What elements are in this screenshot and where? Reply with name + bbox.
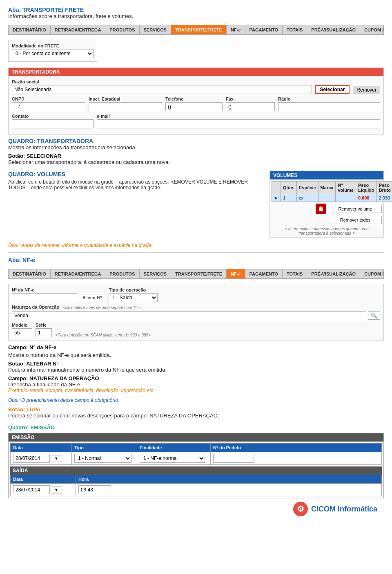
tab-item-cupom-fiscal[interactable]: CUPOM FISCAL [360, 269, 384, 278]
transportadora-header: TRANSPORTADORA [9, 68, 383, 76]
cnpj-input[interactable] [12, 102, 85, 111]
campo-natureza-desc: Preencha a finalidade da NF-e. [8, 381, 384, 388]
tab-item-retirada-entrega[interactable]: RETIRADA/ENTREGA [51, 25, 106, 34]
telefone-label: Telefone [165, 96, 223, 101]
modalidade-label: Modalidade do FRETE [12, 43, 94, 48]
natureza-label: Natureza da Operação [12, 305, 59, 309]
campo-natureza-obs: Obs.: O preenchimento desse campo é obri… [8, 397, 384, 403]
email-input[interactable] [97, 119, 380, 128]
tipo-operacao-label: Tipo de operação [109, 287, 158, 292]
volumes-table: Qtde.EspécieMarcaNº volumePeso LíquidoPe… [272, 181, 392, 202]
tab-item-cupom-fiscal[interactable]: CUPOM FISCAL [360, 25, 384, 34]
razao-input[interactable] [12, 85, 312, 94]
serie-hint: <Para emissão em SCAN utilize série de 9… [55, 333, 151, 337]
vol-col-header: Peso Bruto [376, 182, 392, 194]
botao-selecionar-desc: Selecionar uma transportadora já cadastr… [8, 159, 384, 165]
telefone-input[interactable] [165, 102, 223, 111]
n-nfe-label: Nº da NF-e [12, 287, 105, 292]
tab-item-servi-os[interactable]: SERVIÇOS [140, 25, 172, 34]
emissao-panel-header: EMISSÃO [9, 433, 383, 442]
btn-lupa-desc: Poderá selecionar ou criar novas descriç… [8, 413, 384, 419]
tab-bar-transporte: DESTINATÁRIORETIRADA/ENTREGAPRODUTOSSERV… [8, 25, 384, 35]
tab-item-pagamento[interactable]: PAGAMENTO [245, 25, 283, 34]
email-label: e-mail [97, 114, 380, 119]
radio-input[interactable] [278, 102, 380, 111]
contato-input[interactable] [12, 119, 94, 128]
quadro-transportadora-title: QUADRO: TRANSPORTADORA [8, 138, 384, 144]
tab-item-nf-e[interactable]: NF-e [227, 25, 245, 34]
modelo-input[interactable] [12, 328, 32, 337]
alterar-button[interactable]: Alterar Nº [79, 294, 105, 301]
saida-hora-input[interactable] [78, 485, 111, 494]
tab-item-pr--visualiza--o[interactable]: PRÉ-VISUALIZAÇÃO [307, 25, 360, 34]
saida-data-input[interactable] [13, 485, 50, 494]
emissao-table: DataTipoFinalidadeNº do Pedido ▼ 1 - N [10, 443, 382, 465]
logo-company-name: CICOM Informática [311, 505, 377, 513]
emissao-col-header: Data [11, 444, 72, 452]
emissao-tipo-select[interactable]: 1 - Normal [74, 454, 131, 463]
tab-item-nf-e[interactable]: NF-e [227, 269, 245, 278]
tab-item-destinat-rio[interactable]: DESTINATÁRIO [9, 269, 51, 278]
aba-transporte-title: Aba: TRANSPORTE/ FRETE [8, 7, 384, 13]
saida-col-header: Hora [76, 475, 382, 484]
vol-col-header: Qtde. [281, 182, 296, 194]
aba-transporte-subtitle: Informações sobre a transportadora, fret… [8, 13, 384, 19]
tab-item-servi-os[interactable]: SERVIÇOS [140, 269, 172, 278]
btn-lupa-title: Botão: LUPA [8, 406, 384, 413]
btn-alterar-title: Botão: ALTERAR N° [8, 361, 384, 367]
obs-volumes: Obs.: Antes de remover, informe a quanti… [8, 242, 384, 248]
vol-col-header: Nº volume [336, 182, 356, 194]
tab-item-produtos[interactable]: PRODUTOS [105, 269, 139, 278]
campo-nfe-title: Campo: [8, 344, 28, 350]
saida-col-header: Data [11, 475, 76, 484]
vol-col-header: Peso Líquido [356, 182, 376, 194]
tab-item-transporte-frete[interactable]: TRANSPORTE/FRETE [171, 25, 227, 34]
tab-bar-nfe: DESTINATÁRIORETIRADA/ENTREGAPRODUTOSSERV… [8, 269, 384, 279]
fax-label: Fax [226, 96, 275, 101]
quadro-transportadora-desc: Mostra as informações da transportadora … [8, 144, 384, 150]
emissao-data-input[interactable] [13, 454, 50, 463]
vol-col-header: Espécie [297, 182, 318, 194]
serie-input[interactable] [36, 328, 52, 337]
cnpj-label: CNPJ [12, 96, 85, 101]
tipo-operacao-select[interactable]: 1 - Saída [109, 293, 158, 302]
tab-item-retirada-entrega[interactable]: RETIRADA/ENTREGA [51, 269, 106, 278]
emissao-finalidade-select[interactable]: 1 - NF-e normal [140, 454, 205, 463]
table-row: ► 1 cx 0,000 2,030 [272, 194, 392, 202]
emissao-col-header: Nº do Pedido [211, 444, 382, 452]
tab-item-totais[interactable]: TOTAIS [283, 25, 307, 34]
tab-item-totais[interactable]: TOTAIS [283, 269, 307, 278]
saida-data-dropdown[interactable]: ▼ [51, 487, 62, 493]
n-nfe-input[interactable] [12, 293, 77, 302]
volumes-footer-note: < informações impressas apenas quando um… [272, 226, 382, 235]
campo-nfe-label: N° da NF-e [29, 344, 56, 350]
tab-item-pr--visualiza--o[interactable]: PRÉ-VISUALIZAÇÃO [307, 269, 360, 278]
inscr-input[interactable] [89, 102, 162, 111]
tab-item-destinat-rio[interactable]: DESTINATÁRIO [9, 25, 51, 34]
saida-table: DataHora ▼ [10, 475, 382, 496]
natureza-input[interactable] [12, 311, 366, 320]
tab-item-transporte-frete[interactable]: TRANSPORTE/FRETE [171, 269, 227, 278]
quadro-volumes-title: QUADRO: VOLUMES [8, 171, 263, 177]
botao-selecionar-title: Botão: SELECIONAR [8, 153, 384, 159]
lupa-button[interactable]: 🔍 [368, 311, 380, 320]
fax-input[interactable] [226, 102, 275, 111]
contato-label: Contato [12, 114, 94, 119]
tab-item-pagamento[interactable]: PAGAMENTO [245, 269, 283, 278]
volumes-panel-header: VOLUMES [270, 171, 383, 179]
emissao-data-dropdown[interactable]: ▼ [51, 455, 62, 462]
vol-col-header: Marca [318, 182, 336, 194]
selecionar-button[interactable]: Selecionar [315, 85, 350, 94]
remover-button[interactable]: Remover [353, 86, 380, 94]
campo-nfe-desc: Mostra o número da NF-e que será emitida… [8, 352, 384, 358]
logo-icon: ⚙ [293, 502, 308, 516]
aba-nfe-title: Aba: NF-e [8, 257, 384, 263]
inscr-label: Inscr. Estadual [89, 96, 162, 101]
remover-todos-button[interactable]: Remover todos [329, 216, 382, 224]
tab-item-produtos[interactable]: PRODUTOS [105, 25, 139, 34]
modalidade-select[interactable]: 0 - Por conta do emitente [12, 49, 94, 58]
remover-volume-button[interactable]: Remover volume [329, 205, 382, 213]
saida-row: ▼ [11, 484, 382, 496]
emissao-pedido-input[interactable] [213, 454, 254, 463]
natureza-hint: <caso utilize mais de uma separe com "/"… [62, 305, 140, 310]
